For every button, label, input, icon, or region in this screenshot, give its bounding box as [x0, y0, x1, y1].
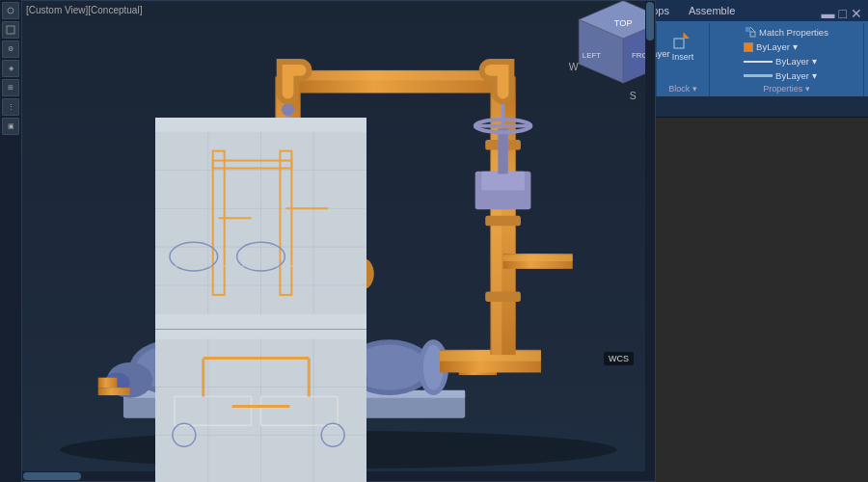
mini-thumbnail-strip: ⚙ ◈ ⊞ ⋮ ▣	[0, 0, 21, 482]
insert-icon	[672, 31, 693, 52]
lineweight-bylayer-row[interactable]: ByLayer ▾	[742, 69, 819, 82]
svg-rect-54	[674, 39, 684, 48]
lineweight-bylayer-label: ByLayer	[775, 70, 809, 81]
mini-item-5[interactable]: ⊞	[2, 79, 19, 96]
svg-text:S: S	[630, 91, 637, 101]
linetype-sample	[744, 61, 773, 63]
app-window: Home Insert Annotate Parametric View Man…	[0, 0, 868, 482]
linetype-bylayer-row[interactable]: ByLayer ▾	[742, 55, 819, 67]
mini-item-2[interactable]	[2, 21, 19, 39]
svg-marker-55	[684, 33, 690, 39]
btn-insert[interactable]: Insert	[665, 25, 700, 67]
mini-item-7[interactable]: ▣	[2, 118, 19, 135]
svg-point-128	[8, 8, 14, 13]
match-properties-icon	[745, 26, 756, 38]
h-scrollbar-thumb[interactable]	[23, 472, 81, 480]
group-block: Insert Block ▾	[657, 23, 710, 96]
svg-rect-175	[481, 172, 525, 191]
color-bylayer-row[interactable]: ByLayer ▾	[742, 40, 819, 53]
svg-text:LEFT: LEFT	[583, 51, 601, 60]
ortho-view-bottom[interactable]	[155, 330, 366, 483]
main-area: ≡ ▶	[0, 118, 868, 482]
svg-text:W: W	[569, 62, 579, 72]
svg-rect-166	[485, 291, 521, 301]
color-swatch	[744, 42, 753, 52]
ortho-view-top[interactable]	[155, 118, 366, 330]
color-chevron: ▾	[793, 41, 798, 52]
match-properties-label: Match Properties	[759, 27, 828, 38]
svg-rect-165	[485, 216, 521, 226]
vertical-scrollbar[interactable]	[645, 1, 655, 481]
svg-rect-58	[750, 32, 755, 37]
ortho-bottom-svg	[155, 330, 366, 483]
svg-text:TOP: TOP	[614, 18, 633, 28]
viewport-row: ⚙ ◈ ⊞ ⋮ ▣ [Custom View][Conceptual]	[154, 118, 868, 482]
maximize-icon[interactable]: □	[839, 6, 847, 21]
linetype-chevron: ▾	[812, 56, 817, 67]
viewport-wrapper: ⚙ ◈ ⊞ ⋮ ▣ [Custom View][Conceptual]	[154, 118, 868, 482]
svg-rect-129	[7, 26, 14, 34]
group-properties-label: Properties ▾	[763, 82, 810, 94]
svg-line-59	[750, 27, 755, 32]
linetype-bylayer-label: ByLayer	[775, 56, 809, 67]
lineweight-sample	[744, 74, 773, 77]
color-bylayer-label: ByLayer	[756, 41, 790, 52]
svg-rect-143	[98, 378, 118, 388]
svg-rect-176	[498, 128, 507, 174]
svg-rect-187	[503, 254, 573, 261]
minimize-icon[interactable]: ▬	[822, 6, 835, 21]
scrollbar-thumb[interactable]	[646, 2, 654, 40]
mini-item-6[interactable]: ⋮	[2, 98, 19, 116]
svg-rect-57	[746, 27, 750, 32]
wcs-label: WCS	[604, 352, 634, 365]
svg-rect-182	[288, 71, 503, 80]
viewport-label: [Custom View][Conceptual]	[26, 5, 142, 15]
mini-item-4[interactable]: ◈	[2, 60, 19, 77]
group-properties: Match Properties ByLayer ▾ ByLayer ▾	[710, 23, 864, 96]
svg-rect-144	[98, 388, 130, 395]
group-block-label: Block ▾	[668, 82, 697, 94]
close-icon[interactable]: ✕	[851, 6, 862, 21]
insert-label: Insert	[672, 52, 694, 62]
tab-assemble[interactable]: Assemble	[679, 0, 745, 21]
right-panel	[154, 118, 366, 482]
ortho-top-svg	[155, 118, 366, 329]
mini-item-1[interactable]	[2, 2, 19, 19]
btn-match-properties[interactable]: Match Properties	[742, 25, 831, 39]
svg-point-173	[282, 103, 294, 116]
mini-item-3[interactable]: ⚙	[2, 40, 19, 58]
lineweight-chevron: ▾	[812, 70, 817, 81]
